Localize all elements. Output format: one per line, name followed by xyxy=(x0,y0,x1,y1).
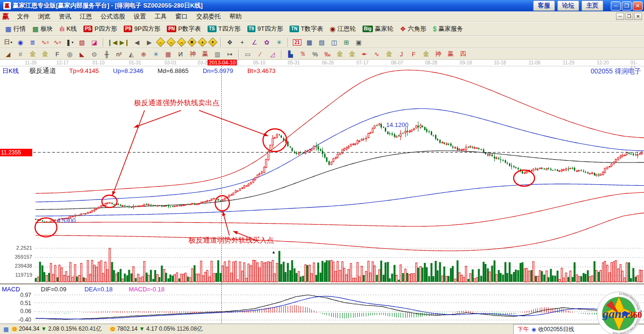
tool-flower-tool[interactable]: ✿ xyxy=(261,37,272,47)
toolbar-winner-service[interactable]: $赢家服务 xyxy=(433,25,463,33)
tool-time-grid[interactable]: # xyxy=(15,49,26,59)
tool-shen-tool[interactable]: 神 xyxy=(187,49,199,59)
tool-ink-mark[interactable]: ✒ xyxy=(359,49,370,59)
tool-gold-rays[interactable]: 金 xyxy=(420,49,432,59)
tool-crosshair[interactable]: ＋ xyxy=(236,37,248,47)
tool-wave-count[interactable]: И xyxy=(175,49,186,59)
tool-target-circle[interactable]: ⊕ xyxy=(138,49,149,59)
tool-pct-line[interactable]: ％ xyxy=(297,49,308,59)
zoom-both[interactable]: ↔ xyxy=(177,37,186,47)
tool-info-list[interactable]: ≣ xyxy=(27,37,38,47)
toolbar-9t-square[interactable]: T99T四方形 xyxy=(247,25,283,33)
tool-save[interactable]: ◫ xyxy=(328,37,340,47)
tool-first-page[interactable]: ❙◀ xyxy=(107,37,118,47)
tool-pattern-view[interactable]: ◉ xyxy=(15,37,26,47)
tool-compass-tool[interactable]: ◢ xyxy=(2,49,14,59)
zoom-left[interactable]: ← xyxy=(156,37,165,47)
tool-spiral[interactable]: ◎ xyxy=(64,49,75,59)
restore-button[interactable]: ❐ xyxy=(622,1,632,10)
tool-star-grid[interactable]: ✳ xyxy=(150,49,162,59)
menu-窗口[interactable]: 窗口 xyxy=(171,11,192,22)
tool-candle-style[interactable]: ❚▾ xyxy=(64,37,75,47)
tool-win-angle[interactable]: 赢 xyxy=(445,49,456,59)
tool-calculator[interactable]: ▦ xyxy=(304,37,315,47)
tool-n-square[interactable]: n² xyxy=(113,49,125,59)
mdi-restore-button[interactable]: ❐ xyxy=(625,13,633,20)
toolbar-p-digit-table[interactable]: PNP数字表 xyxy=(167,25,201,33)
tool-time-circle[interactable]: ⊙ xyxy=(89,49,100,59)
tool-chart-report[interactable]: ◪ xyxy=(89,37,100,47)
toolbar-hexagon[interactable]: ❖六角形 xyxy=(400,25,426,33)
tool-f-angle[interactable]: F xyxy=(408,49,419,59)
tool-gold-circle[interactable]: 金 xyxy=(334,49,345,59)
tool-gold-angle[interactable]: 金 xyxy=(383,49,395,59)
tool-four-angle[interactable]: 四 xyxy=(457,49,469,59)
tool-wave-3[interactable]: ∿3 xyxy=(39,37,51,47)
mdi-close-button[interactable]: ✕ xyxy=(634,13,642,20)
tool-gold-line[interactable]: 金 xyxy=(346,49,358,59)
toolbar-p-square[interactable]: PSP四方形 xyxy=(83,25,117,33)
tool-win-tool[interactable]: 赢 xyxy=(200,49,211,59)
toolbar-t-square[interactable]: TST四方形 xyxy=(208,25,241,33)
tool-kline-period[interactable]: 日▾ xyxy=(2,37,14,47)
menu-工具[interactable]: 工具 xyxy=(150,11,171,22)
toolbar-9p-square[interactable]: P99P四方形 xyxy=(124,25,160,33)
tool-last-page[interactable]: ▶❙ xyxy=(119,37,130,47)
support-button[interactable]: 客服 xyxy=(533,0,555,11)
menu-帮助[interactable]: 帮助 xyxy=(225,11,246,22)
index-shanghai[interactable]: 2044.34 ▼ 2.08 0.15% 620.41亿 xyxy=(19,325,102,333)
tool-pct-levels[interactable]: ‰ xyxy=(322,49,333,59)
tool-box-grid[interactable]: ▦ xyxy=(163,49,174,59)
menu-江恩[interactable]: 江恩 xyxy=(75,11,96,22)
tool-workstation[interactable]: ▣ xyxy=(353,37,364,47)
menu-资讯[interactable]: 资讯 xyxy=(54,11,75,22)
menu-设置[interactable]: 设置 xyxy=(129,11,150,22)
zoom-right[interactable]: → xyxy=(166,37,176,47)
toolbar-kline[interactable]: ılıK线 xyxy=(59,25,77,33)
tool-time-ruler[interactable]: ╫ xyxy=(101,49,112,59)
toolbar-sectors[interactable]: ▩板块 xyxy=(32,25,53,33)
zoom-reset[interactable]: ✖ xyxy=(187,37,197,47)
forum-button[interactable]: 论坛 xyxy=(557,0,579,11)
tool-stock-mark[interactable]: ▧ xyxy=(76,37,88,47)
tool-span-tool[interactable]: ↦ xyxy=(224,49,236,59)
mdi-minimize-button[interactable]: ─ xyxy=(616,13,624,20)
menu-公式选股[interactable]: 公式选股 xyxy=(96,11,129,22)
tool-shen-angle[interactable]: 神 xyxy=(433,49,444,59)
tool-prev-page[interactable]: ◀ xyxy=(131,37,143,47)
menu-浏览[interactable]: 浏览 xyxy=(34,11,54,22)
tool-network[interactable]: ⊞ xyxy=(341,37,352,47)
zoom-full[interactable]: ✦ xyxy=(208,37,218,47)
index-shenzhen[interactable]: 7802.14 ▼ 4.17 0.05% 1126.08亿 xyxy=(117,325,203,333)
tool-j-angle[interactable]: J xyxy=(396,49,407,59)
toolbar-gann-wheel[interactable]: ◉江恩轮 xyxy=(330,25,356,33)
zoom-in[interactable]: ＋ xyxy=(198,37,207,47)
tool-gold-grid-a[interactable]: 金 xyxy=(27,49,38,59)
tool-rect-select[interactable]: ▭ xyxy=(242,49,254,59)
tool-percent[interactable]: % xyxy=(309,49,321,59)
tool-angle-measure[interactable]: ∠ xyxy=(249,37,260,47)
tool-grid-123[interactable]: ▥ xyxy=(212,49,223,59)
tool-fibonacci[interactable]: F xyxy=(52,49,63,59)
tool-angle-lines[interactable]: ◿ xyxy=(267,49,278,59)
tool-stats-bars[interactable]: ▙ xyxy=(285,49,296,59)
tool-mirror-line[interactable]: ◭ xyxy=(126,49,137,59)
quote-grid-icon[interactable]: ▦ xyxy=(3,326,9,333)
tool-gold-grid-b[interactable]: 金 xyxy=(39,49,51,59)
menu-文件[interactable]: 文件 xyxy=(13,11,34,22)
tool-wave-channel[interactable]: ∿ xyxy=(371,49,382,59)
tool-next-page[interactable]: ▶ xyxy=(144,37,155,47)
home-button[interactable]: 主页 xyxy=(581,0,603,11)
tool-notes[interactable]: ▤ xyxy=(316,37,327,47)
close-button[interactable]: ✕ xyxy=(633,1,643,10)
toolbar-winner-wheel[interactable]: Big赢家轮 xyxy=(363,25,393,33)
tool-ray-fan[interactable]: ∕ xyxy=(254,49,266,59)
tool-drag-hand[interactable]: ✥ xyxy=(224,37,236,47)
menu-交易委托[interactable]: 交易委托 xyxy=(192,11,225,22)
tool-wave-9[interactable]: ∿9 xyxy=(52,37,63,47)
tool-brain-tool[interactable]: ✳ xyxy=(273,37,285,47)
minimize-button[interactable]: ─ xyxy=(611,1,621,10)
toolbar-quotes[interactable]: ▦行情 xyxy=(5,25,26,33)
tool-angle-fan[interactable]: ◣ xyxy=(76,49,88,59)
kline-chart-canvas[interactable] xyxy=(0,60,644,324)
